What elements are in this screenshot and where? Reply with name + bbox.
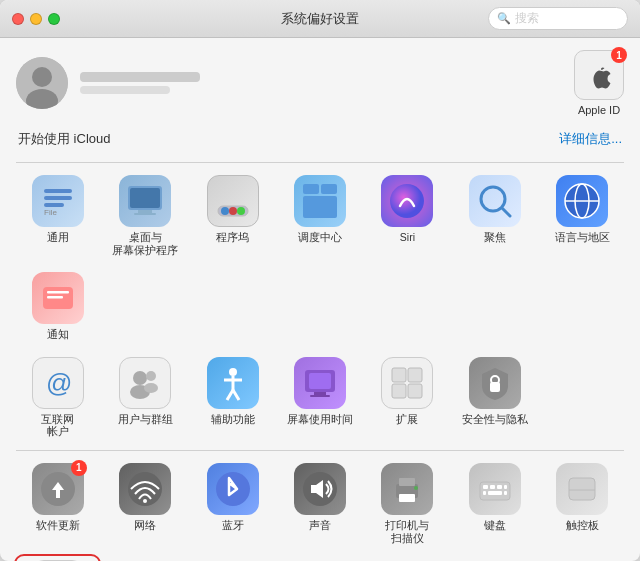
siri-label: Siri bbox=[400, 231, 415, 244]
users-icon bbox=[119, 357, 171, 409]
close-button[interactable] bbox=[12, 13, 24, 25]
svg-rect-58 bbox=[483, 485, 488, 489]
pref-keyboard[interactable]: 键盘 bbox=[453, 459, 536, 548]
pref-software[interactable]: 1 软件更新 bbox=[16, 459, 99, 548]
pref-printer[interactable]: 打印机与 扫描仪 bbox=[366, 459, 449, 548]
mission-label: 调度中心 bbox=[298, 231, 342, 244]
pref-language[interactable]: 语言与地区 bbox=[541, 171, 624, 260]
screentime-label: 屏幕使用时间 bbox=[287, 413, 353, 426]
spotlight-label: 聚焦 bbox=[484, 231, 506, 244]
icloud-detail-link[interactable]: 详细信息... bbox=[559, 130, 622, 148]
window-title: 系统偏好设置 bbox=[281, 10, 359, 28]
svg-line-20 bbox=[502, 208, 510, 216]
svg-point-31 bbox=[146, 371, 156, 381]
pref-network[interactable]: 网络 bbox=[103, 459, 186, 548]
bluetooth-label: 蓝牙 bbox=[222, 519, 244, 532]
svg-rect-17 bbox=[303, 196, 337, 218]
svg-line-37 bbox=[233, 390, 239, 400]
desktop-icon bbox=[119, 175, 171, 227]
trackpad-icon bbox=[556, 463, 608, 515]
extensions-label: 扩展 bbox=[396, 413, 418, 426]
pref-sound[interactable]: 声音 bbox=[278, 459, 361, 548]
svg-rect-3 bbox=[44, 189, 72, 193]
printer-icon bbox=[381, 463, 433, 515]
general-icon: File bbox=[32, 175, 84, 227]
security-label: 安全性与隐私 bbox=[462, 413, 528, 426]
software-label: 软件更新 bbox=[36, 519, 80, 532]
svg-rect-16 bbox=[321, 184, 337, 194]
svg-rect-55 bbox=[399, 494, 415, 502]
pref-spotlight[interactable]: 聚焦 bbox=[453, 171, 536, 260]
pref-extensions[interactable]: 扩展 bbox=[366, 353, 449, 442]
svg-rect-59 bbox=[490, 485, 495, 489]
svg-text:File: File bbox=[44, 208, 57, 217]
svg-point-50 bbox=[143, 499, 147, 503]
dock-icon bbox=[207, 175, 259, 227]
divider-1 bbox=[16, 162, 624, 163]
minimize-button[interactable] bbox=[30, 13, 42, 25]
user-section: 1 Apple ID bbox=[16, 50, 624, 116]
pref-desktop[interactable]: 桌面与 屏幕保护程序 bbox=[103, 171, 186, 260]
pref-screentime[interactable]: 屏幕使用时间 bbox=[278, 353, 361, 442]
pref-bluetooth[interactable]: 蓝牙 bbox=[191, 459, 274, 548]
access-label: 辅助功能 bbox=[211, 413, 255, 426]
internet-icon: @ bbox=[32, 357, 84, 409]
svg-rect-15 bbox=[303, 184, 319, 194]
maximize-button[interactable] bbox=[48, 13, 60, 25]
users-label: 用户与群组 bbox=[118, 413, 173, 426]
svg-text:@: @ bbox=[46, 368, 72, 398]
svg-rect-5 bbox=[44, 203, 64, 207]
main-content: 1 Apple ID 开始使用 iCloud 详细信息... Fil bbox=[0, 38, 640, 561]
pref-security[interactable]: 安全性与隐私 bbox=[453, 353, 536, 442]
general-label: 通用 bbox=[47, 231, 69, 244]
svg-rect-41 bbox=[310, 395, 330, 397]
avatar bbox=[16, 57, 68, 109]
screentime-icon bbox=[294, 357, 346, 409]
pref-trackpad[interactable]: 触控板 bbox=[541, 459, 624, 548]
user-info bbox=[80, 72, 200, 94]
pref-mouse[interactable]: 鼠标 bbox=[16, 556, 99, 561]
svg-point-12 bbox=[221, 207, 229, 215]
svg-rect-4 bbox=[44, 196, 72, 200]
language-icon bbox=[556, 175, 608, 227]
svg-rect-42 bbox=[392, 368, 406, 382]
svg-rect-44 bbox=[392, 384, 406, 398]
icloud-section: 开始使用 iCloud 详细信息... bbox=[16, 130, 624, 148]
notification-icon bbox=[32, 272, 84, 324]
svg-rect-54 bbox=[399, 478, 415, 486]
svg-point-33 bbox=[229, 368, 237, 376]
pref-notification[interactable]: 通知 bbox=[16, 268, 99, 345]
extensions-icon bbox=[381, 357, 433, 409]
svg-line-36 bbox=[227, 390, 233, 400]
pref-users[interactable]: 用户与群组 bbox=[103, 353, 186, 442]
svg-rect-43 bbox=[408, 368, 422, 382]
pref-general[interactable]: File 通用 bbox=[16, 171, 99, 260]
pref-internet[interactable]: @ 互联网 帐户 bbox=[16, 353, 99, 442]
system-preferences-window: 系统偏好设置 🔍 搜索 bbox=[0, 0, 640, 561]
printer-label: 打印机与 扫描仪 bbox=[385, 519, 429, 544]
svg-rect-61 bbox=[504, 485, 507, 489]
svg-rect-45 bbox=[408, 384, 422, 398]
pref-siri[interactable]: Siri bbox=[366, 171, 449, 260]
svg-point-56 bbox=[414, 486, 418, 490]
svg-rect-27 bbox=[47, 296, 63, 299]
svg-rect-62 bbox=[483, 491, 486, 495]
search-box[interactable]: 🔍 搜索 bbox=[488, 7, 628, 30]
icloud-label: 开始使用 iCloud bbox=[18, 130, 110, 148]
svg-rect-60 bbox=[497, 485, 502, 489]
keyboard-label: 键盘 bbox=[484, 519, 506, 532]
search-input[interactable]: 搜索 bbox=[515, 10, 619, 27]
traffic-lights bbox=[12, 13, 60, 25]
trackpad-label: 触控板 bbox=[566, 519, 599, 532]
svg-rect-64 bbox=[504, 491, 507, 495]
siri-icon bbox=[381, 175, 433, 227]
preferences-row-2: @ 互联网 帐户 用户与群组 辅助功能 bbox=[16, 353, 624, 442]
pref-mission[interactable]: 调度中心 bbox=[278, 171, 361, 260]
pref-dock[interactable]: 程序坞 bbox=[191, 171, 274, 260]
svg-rect-26 bbox=[47, 291, 69, 294]
svg-rect-63 bbox=[488, 491, 502, 495]
pref-access[interactable]: 辅助功能 bbox=[191, 353, 274, 442]
security-icon bbox=[469, 357, 521, 409]
apple-id-button[interactable]: 1 Apple ID bbox=[574, 50, 624, 116]
svg-point-32 bbox=[144, 383, 158, 393]
